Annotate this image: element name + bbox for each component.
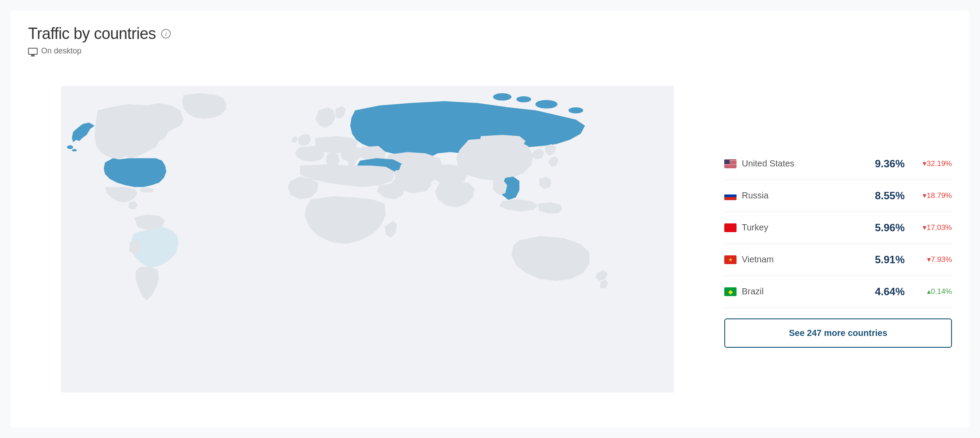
country-percentage: 4.64%	[875, 286, 905, 298]
page-title: Traffic by countries	[28, 25, 156, 43]
countries-list: United States9.36%▾32.19%Russia8.55%▾18.…	[724, 148, 952, 308]
country-change: ▾32.19%	[917, 159, 952, 168]
country-change: ▾17.03%	[917, 223, 952, 232]
country-name: Turkey	[742, 223, 870, 233]
country-row: United States9.36%▾32.19%	[724, 148, 952, 180]
svg-point-5	[516, 96, 531, 102]
world-map	[28, 86, 707, 392]
flag-russia	[724, 191, 737, 200]
flag-vietnam	[724, 255, 737, 264]
country-percentage: 9.36%	[875, 158, 905, 170]
subtitle-row: On desktop	[28, 46, 952, 56]
country-name: Vietnam	[742, 254, 870, 265]
country-percentage: 5.91%	[875, 254, 905, 266]
flag-united-states	[724, 159, 737, 168]
country-percentage: 5.96%	[875, 222, 905, 234]
country-row: Brazil4.64%▴0.14%	[724, 276, 952, 308]
svg-point-1	[67, 145, 73, 148]
svg-point-7	[568, 107, 583, 113]
country-stats-sidebar: United States9.36%▾32.19%Russia8.55%▾18.…	[724, 64, 952, 413]
desktop-icon	[28, 48, 38, 55]
svg-point-3	[139, 187, 154, 192]
country-row: Russia8.55%▾18.79%	[724, 180, 952, 212]
subtitle-label: On desktop	[41, 46, 81, 56]
country-name: United States	[742, 159, 870, 169]
country-name: Russia	[742, 191, 870, 201]
svg-point-2	[72, 149, 77, 152]
flag-turkey	[724, 223, 737, 232]
country-name: Brazil	[742, 286, 870, 297]
country-change: ▴0.14%	[917, 287, 952, 296]
card-header: Traffic by countries i	[28, 25, 952, 43]
info-icon[interactable]: i	[161, 29, 171, 39]
svg-point-4	[493, 93, 511, 100]
world-map-container	[28, 64, 707, 413]
main-content: United States9.36%▾32.19%Russia8.55%▾18.…	[28, 64, 952, 413]
country-row: Vietnam5.91%▾7.93%	[724, 244, 952, 276]
traffic-by-countries-card: Traffic by countries i On desktop	[11, 11, 969, 427]
see-more-button[interactable]: See 247 more countries	[724, 318, 952, 348]
country-change: ▾18.79%	[917, 191, 952, 200]
country-percentage: 8.55%	[875, 190, 905, 202]
flag-brazil	[724, 287, 737, 296]
country-row: Turkey5.96%▾17.03%	[724, 212, 952, 244]
svg-point-6	[536, 100, 557, 109]
country-change: ▾7.93%	[917, 255, 952, 264]
